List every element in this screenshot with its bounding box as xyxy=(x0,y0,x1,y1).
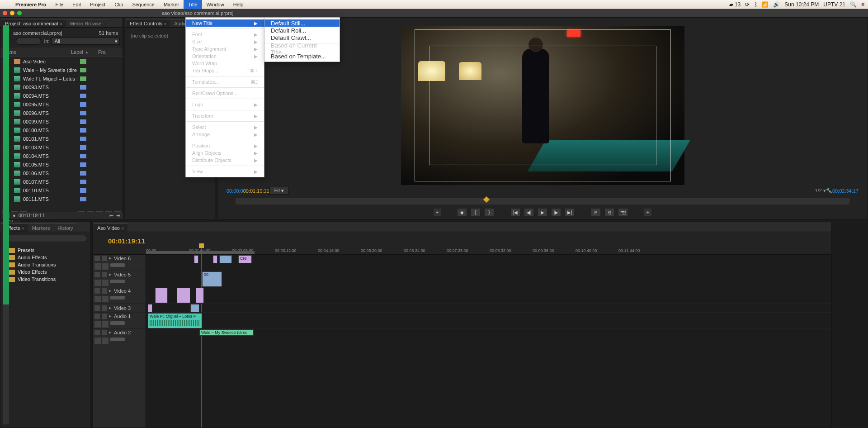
project-item-row[interactable]: Aso Video xyxy=(0,57,123,66)
go-to-in-button[interactable]: |◀ xyxy=(510,208,520,216)
project-item-row[interactable]: 00100.MTS xyxy=(0,126,123,134)
toggle-track-output-icon[interactable] xyxy=(94,305,100,311)
disclosure-triangle-icon[interactable]: ▶ xyxy=(109,273,113,276)
in-filter-dropdown[interactable]: All xyxy=(52,38,120,45)
project-item-row[interactable]: 00105.MTS xyxy=(0,160,123,169)
label-swatch[interactable] xyxy=(80,197,86,201)
effects-folder[interactable]: ▶Audio Effects xyxy=(3,254,87,261)
add-button-right[interactable]: + xyxy=(644,209,651,216)
solo-button[interactable] xyxy=(102,263,108,270)
window-minimize-button[interactable] xyxy=(10,11,14,15)
menu-marker[interactable]: Marker xyxy=(159,0,184,9)
menu-clip[interactable]: Clip xyxy=(110,0,127,9)
label-swatch[interactable] xyxy=(80,85,86,90)
toggle-track-output-icon[interactable] xyxy=(94,288,100,294)
toggle-track-output-icon[interactable] xyxy=(94,256,100,261)
notification-center-icon[interactable]: ≡ xyxy=(861,1,864,8)
column-label-header[interactable]: Label▲ xyxy=(71,49,98,55)
lift-button[interactable]: ⎘ xyxy=(591,208,601,216)
goto-in-icon[interactable]: ⇤ xyxy=(109,213,113,219)
tab-history[interactable]: History xyxy=(54,224,76,232)
label-swatch[interactable] xyxy=(80,111,86,115)
label-swatch[interactable] xyxy=(80,68,86,72)
label-swatch[interactable] xyxy=(80,59,86,64)
label-swatch[interactable] xyxy=(80,154,86,158)
volume-icon[interactable]: 🔊 xyxy=(773,1,780,8)
mute-button[interactable] xyxy=(94,321,101,328)
playback-resolution-dropdown[interactable]: 1/2 ▾ xyxy=(815,188,826,194)
timeline-clip[interactable] xyxy=(148,304,152,312)
bluetooth-icon[interactable]: ᛒ xyxy=(754,1,757,8)
column-name-header[interactable]: Name xyxy=(3,49,71,55)
timeline-clip[interactable] xyxy=(194,255,198,263)
mute-icon[interactable] xyxy=(94,330,100,335)
menu-file[interactable]: File xyxy=(51,0,68,9)
label-swatch[interactable] xyxy=(80,145,86,150)
project-item-row[interactable]: 00095.MTS xyxy=(0,100,123,109)
menu-item-new-title[interactable]: New Title▶ xyxy=(186,19,264,27)
toggle-sync-lock-icon[interactable] xyxy=(102,256,107,261)
menu-sequence[interactable]: Sequence xyxy=(127,0,159,9)
window-zoom-button[interactable] xyxy=(17,11,22,15)
label-swatch[interactable] xyxy=(80,171,86,176)
effects-folder[interactable]: ▶Video Transitions xyxy=(3,276,87,283)
project-item-row[interactable]: 00104.MTS xyxy=(0,152,123,160)
disclosure-triangle-icon[interactable]: ▶ xyxy=(109,289,113,293)
mark-in-button[interactable]: { xyxy=(471,208,481,216)
label-swatch[interactable] xyxy=(80,102,86,107)
mark-out-button[interactable]: } xyxy=(484,208,494,216)
effects-folder[interactable]: ▶Audio Transitions xyxy=(3,261,87,268)
project-item-row[interactable]: 00107.MTS xyxy=(0,177,123,186)
label-swatch[interactable] xyxy=(80,119,86,124)
user-name[interactable]: UPTV 21 xyxy=(823,1,845,8)
close-icon[interactable]: × xyxy=(164,22,166,26)
disclosure-triangle-icon[interactable]: ▶ xyxy=(109,257,113,260)
play-button[interactable]: ▶ xyxy=(538,208,547,216)
submenu-item-default-roll[interactable]: Default Roll... xyxy=(264,27,340,34)
volume-slider[interactable] xyxy=(110,263,125,267)
submenu-item-default-still[interactable]: Default Still... xyxy=(264,19,340,27)
step-forward-button[interactable]: |▶ xyxy=(551,208,561,216)
disclosure-triangle-icon[interactable]: ▶ xyxy=(109,331,113,334)
playhead-handle-icon[interactable] xyxy=(199,243,204,248)
project-item-row[interactable]: 00093.MTS xyxy=(0,83,123,91)
timeline-clip[interactable]: Wale Ft. Miguel – Lotus F xyxy=(148,313,202,328)
tab-media-browser[interactable]: Media Browser xyxy=(66,19,107,27)
volume-slider[interactable] xyxy=(110,296,125,300)
mute-button[interactable] xyxy=(94,338,101,344)
menu-edit[interactable]: Edit xyxy=(68,0,85,9)
mute-button[interactable] xyxy=(94,263,101,270)
menu-help[interactable]: Help xyxy=(229,0,248,9)
timeline-clip[interactable] xyxy=(213,255,217,263)
program-current-timecode[interactable]: 00:01:19:11 xyxy=(243,188,269,194)
program-viewer[interactable] xyxy=(401,26,684,185)
label-swatch[interactable] xyxy=(80,180,86,184)
close-icon[interactable]: × xyxy=(122,226,124,231)
disclosure-triangle-icon[interactable]: ▶ xyxy=(109,314,113,318)
project-item-row[interactable]: 00103.MTS xyxy=(0,143,123,152)
add-button-left[interactable]: + xyxy=(434,209,441,216)
project-item-row[interactable]: 00106.MTS xyxy=(0,169,123,177)
sync-icon[interactable]: ⟳ xyxy=(745,1,750,8)
mute-button[interactable] xyxy=(94,296,101,302)
project-item-row[interactable]: 00099.MTS xyxy=(0,117,123,126)
video-track[interactable] xyxy=(146,304,831,313)
project-item-row[interactable]: 00101.MTS xyxy=(0,134,123,143)
project-bin-list[interactable]: Aso VideoWale – My Sweetie (directWale F… xyxy=(0,57,123,202)
wifi-icon[interactable]: 📶 xyxy=(762,1,769,8)
video-track[interactable] xyxy=(146,287,831,304)
close-icon[interactable]: × xyxy=(22,226,24,231)
disclosure-triangle-icon[interactable]: ▶ xyxy=(109,306,113,310)
zoom-fit-dropdown[interactable]: Fit ▾ xyxy=(269,187,289,195)
timeline-clip[interactable] xyxy=(155,288,168,303)
label-swatch[interactable] xyxy=(80,137,86,141)
menu-title[interactable]: Title xyxy=(184,0,202,9)
tab-markers[interactable]: Markers xyxy=(28,224,54,232)
volume-slider[interactable] xyxy=(110,321,125,325)
clock[interactable]: Sun 10:24 PM xyxy=(784,1,819,8)
video-track-header[interactable]: ▶Video 3 xyxy=(93,304,146,313)
export-frame-button[interactable]: 📷 xyxy=(618,208,628,216)
creative-cloud-icon[interactable]: ▰ 13 xyxy=(729,1,741,8)
toggle-sync-lock-icon[interactable] xyxy=(102,288,107,294)
program-scrub-bar[interactable] xyxy=(236,198,849,204)
